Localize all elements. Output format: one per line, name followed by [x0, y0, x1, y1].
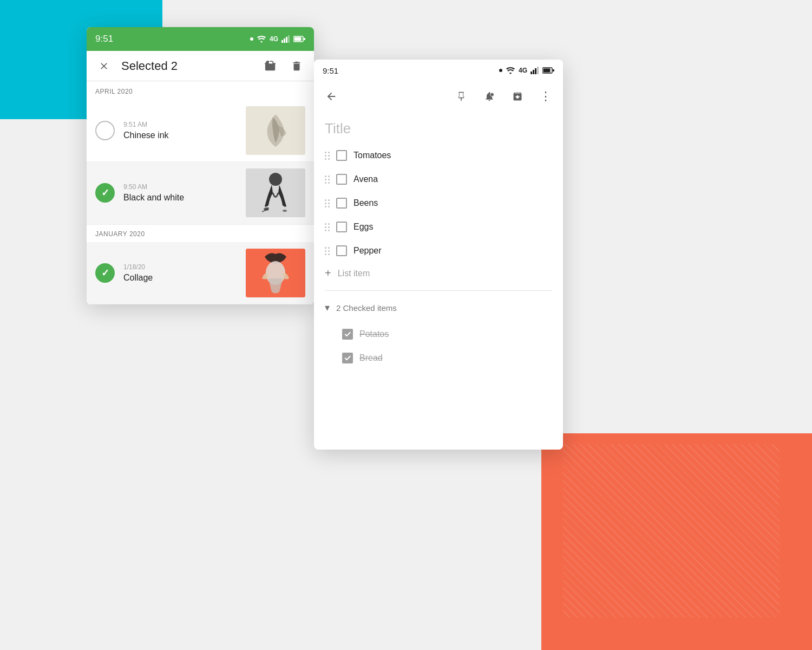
toolbar-left-actions: [323, 88, 340, 105]
checkbox-bread[interactable]: [342, 353, 353, 363]
note-content-black-white: 9:50 AM Black and white: [123, 183, 237, 203]
add-item-row[interactable]: + List item: [314, 263, 563, 284]
checkbox-beens[interactable]: [336, 198, 347, 209]
svg-point-11: [283, 210, 287, 212]
status-time-right: 9:51: [323, 66, 338, 75]
signal-dot-right: [499, 69, 502, 72]
checked-section-header[interactable]: ▾ 2 Checked items: [314, 295, 563, 320]
wifi-icon: [257, 35, 266, 43]
checklist-label-beens: Beens: [353, 198, 378, 208]
status-time-left: 9:51: [95, 34, 113, 44]
checklist-item-bread[interactable]: Bread: [314, 346, 563, 370]
more-dots-icon: ⋮: [540, 90, 552, 102]
checklist-divider: [325, 290, 552, 291]
checkbox-pepper[interactable]: [336, 245, 347, 256]
svg-rect-16: [535, 68, 536, 74]
phone-left: 9:51 4G: [87, 27, 314, 304]
note-detail-title[interactable]: Title: [314, 112, 563, 141]
note-item-black-white[interactable]: ✓ 9:50 AM Black and white: [87, 162, 314, 224]
note-time-chinese-ink: 9:51 AM: [123, 121, 237, 128]
note-thumbnail-collage: [246, 249, 305, 297]
archive-button[interactable]: [509, 88, 526, 105]
checkbox-avena[interactable]: [336, 174, 347, 185]
checkmark-collage: ✓: [101, 267, 109, 279]
checklist-label-pepper: Pepper: [353, 246, 382, 256]
selection-circle-black-white[interactable]: ✓: [95, 183, 115, 203]
drag-handle-eggs[interactable]: [325, 223, 330, 231]
selection-toolbar: Selected 2: [87, 51, 314, 81]
back-button[interactable]: [323, 88, 340, 105]
note-time-black-white: 9:50 AM: [123, 183, 237, 191]
drag-handle-beens[interactable]: [325, 199, 330, 207]
selection-circle-collage[interactable]: ✓: [95, 263, 115, 283]
checklist-item-pepper[interactable]: Pepper: [314, 239, 563, 263]
battery-icon-right: [542, 67, 554, 74]
status-icons-right: 4G: [499, 67, 554, 74]
drag-handle-avena[interactable]: [325, 176, 330, 184]
network-label-left: 4G: [270, 35, 278, 43]
checklist-label-tomatoes: Tomatoes: [353, 151, 391, 160]
svg-point-21: [490, 93, 494, 96]
selection-count-label: Selected 2: [121, 59, 253, 73]
drag-handle-pepper[interactable]: [325, 247, 330, 255]
pin-button[interactable]: [453, 88, 470, 105]
thumb-bw-art: [246, 168, 305, 217]
checklist-item-avena[interactable]: Avena: [314, 167, 563, 191]
checkmark-black-white: ✓: [101, 187, 109, 199]
note-title-collage: Collage: [123, 273, 237, 283]
checklist-checked: Potatos Bread: [314, 320, 563, 372]
wifi-icon-right: [506, 67, 515, 74]
svg-rect-6: [304, 38, 305, 40]
add-item-label: List item: [338, 269, 370, 278]
drag-handle-tomatoes[interactable]: [325, 152, 330, 160]
detail-toolbar: ⋮: [314, 81, 563, 112]
checklist-item-potatos[interactable]: Potatos: [314, 322, 563, 346]
svg-rect-0: [281, 40, 283, 43]
checkbox-eggs[interactable]: [336, 222, 347, 232]
svg-rect-1: [284, 38, 285, 43]
svg-rect-14: [531, 72, 532, 74]
note-content-chinese-ink: 9:51 AM Chinese ink: [123, 121, 237, 140]
checkbox-potatos[interactable]: [342, 329, 353, 340]
reminder-button[interactable]: [481, 88, 498, 105]
checklist-item-beens[interactable]: Beens: [314, 191, 563, 215]
svg-rect-15: [533, 70, 534, 74]
selection-circle-chinese-ink[interactable]: [95, 121, 115, 140]
note-item-chinese-ink[interactable]: 9:51 AM Chinese ink: [87, 100, 314, 162]
add-icon: +: [325, 267, 331, 280]
battery-icon-left: [293, 36, 305, 42]
status-icons-left: 4G: [250, 35, 305, 43]
note-time-collage: 1/18/20: [123, 263, 237, 271]
section-january: JANUARY 2020: [87, 224, 314, 242]
checklist-item-tomatoes[interactable]: Tomatoes: [314, 144, 563, 167]
close-button[interactable]: [95, 57, 113, 75]
thumb-ink-art: [246, 106, 305, 155]
bg-coral-pattern: [563, 444, 780, 618]
checked-count-label: 2 Checked items: [336, 303, 397, 313]
section-april: APRIL 2020: [87, 81, 314, 100]
note-thumbnail-chinese-ink: [246, 106, 305, 155]
checklist-label-bread: Bread: [359, 353, 383, 363]
checkbox-tomatoes[interactable]: [336, 150, 347, 161]
status-bar-left: 9:51 4G: [87, 27, 314, 51]
note-title-black-white: Black and white: [123, 193, 237, 203]
signal-icon-left: [281, 35, 290, 43]
note-item-collage[interactable]: ✓ 1/18/20 Collage: [87, 242, 314, 304]
svg-rect-17: [537, 67, 539, 74]
status-bar-right: 9:51 4G: [314, 60, 563, 81]
signal-dot: [250, 37, 253, 41]
move-button[interactable]: [262, 57, 279, 75]
checklist-label-avena: Avena: [353, 174, 378, 184]
svg-rect-2: [286, 37, 287, 43]
more-button[interactable]: ⋮: [537, 88, 554, 105]
svg-rect-20: [553, 69, 554, 72]
note-title-chinese-ink: Chinese ink: [123, 131, 237, 140]
toolbar-right-actions: ⋮: [453, 88, 554, 105]
signal-icon-right: [531, 67, 539, 74]
chevron-down-icon[interactable]: ▾: [325, 302, 330, 314]
svg-rect-19: [543, 69, 551, 73]
delete-button[interactable]: [288, 57, 305, 75]
thumb-collage-art: [246, 249, 305, 297]
note-thumbnail-black-white: [246, 168, 305, 217]
checklist-item-eggs[interactable]: Eggs: [314, 215, 563, 239]
